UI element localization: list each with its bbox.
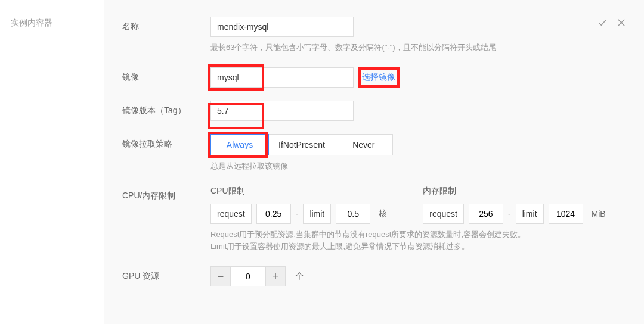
cpu-limit-input[interactable]	[336, 204, 370, 224]
tag-input[interactable]	[210, 101, 354, 121]
gpu-unit: 个	[295, 271, 304, 282]
pull-policy-hint: 总是从远程拉取该镜像	[210, 160, 626, 173]
pull-policy-group: Always IfNotPresent Never	[210, 134, 393, 155]
mem-request-input[interactable]	[469, 204, 503, 224]
image-input[interactable]	[210, 67, 354, 88]
pull-policy-always[interactable]: Always	[210, 134, 269, 155]
cpu-limit-label: limit	[303, 204, 331, 224]
cpu-title: CPU限制	[210, 186, 387, 197]
gpu-stepper: − +	[210, 266, 286, 286]
side-section-label: 实例内容器	[11, 18, 104, 29]
cpu-request-label: request	[210, 204, 252, 224]
close-icon[interactable]	[615, 17, 627, 29]
gpu-label: GPU 资源	[122, 266, 210, 282]
mem-unit: MiB	[592, 209, 606, 219]
mem-limit-input[interactable]	[549, 204, 583, 224]
gpu-increment-button[interactable]: +	[265, 266, 286, 286]
mem-title: 内存限制	[423, 186, 605, 197]
image-label: 镜像	[122, 67, 210, 83]
cpu-request-input[interactable]	[256, 204, 291, 224]
mem-limit-label: limit	[516, 204, 544, 224]
gpu-value-input[interactable]	[231, 266, 265, 286]
mem-request-label: request	[423, 204, 464, 224]
gpu-decrement-button[interactable]: −	[210, 266, 231, 286]
confirm-icon[interactable]	[596, 17, 608, 29]
cpumem-label: CPU/内存限制	[122, 186, 210, 201]
name-input[interactable]	[210, 17, 354, 37]
pull-policy-never[interactable]: Never	[335, 134, 393, 155]
pull-policy-label: 镜像拉取策略	[122, 134, 210, 149]
name-hint: 最长63个字符，只能包含小写字母、数字及分隔符("-")，且不能以分隔符开头或结…	[210, 42, 626, 54]
cpumem-hint: Request用于预分配资源,当集群中的节点没有request所要求的资源数量时…	[210, 229, 626, 254]
tag-label: 镜像版本（Tag）	[122, 101, 210, 116]
form-panel: 名称 最长63个字符，只能包含小写字母、数字及分隔符("-")，且不能以分隔符开…	[104, 0, 644, 324]
dash: -	[508, 209, 511, 219]
select-image-link[interactable]: 选择镜像	[362, 72, 395, 82]
name-label: 名称	[122, 17, 210, 32]
dash: -	[296, 209, 299, 219]
cpu-unit: 核	[379, 208, 387, 219]
pull-policy-ifnotpresent[interactable]: IfNotPresent	[268, 134, 335, 155]
